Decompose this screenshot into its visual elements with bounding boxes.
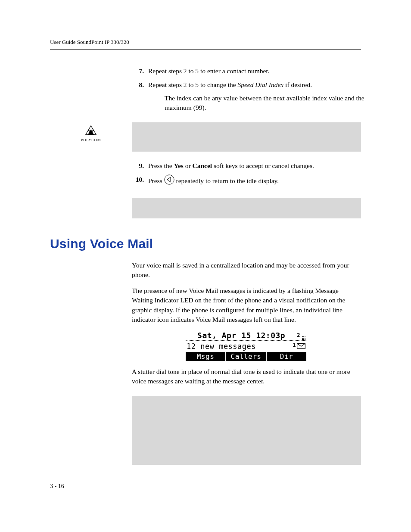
step-number: 10. xyxy=(132,175,144,188)
text-fragment: soft keys to accept or cancel changes. xyxy=(212,162,314,169)
keypad-icon xyxy=(302,336,305,340)
svg-marker-0 xyxy=(88,126,93,130)
step-text: Press repeatedly to return to the idle d… xyxy=(148,175,356,188)
body-paragraph: The presence of new Voice Mail messages … xyxy=(132,286,360,325)
page-number: 3 - 16 xyxy=(50,483,64,490)
phone-display-figure: Sat, Apr 15 12:03p 2 12 new messages 1 xyxy=(132,331,360,361)
body-paragraph: A stutter dial tone in place of normal d… xyxy=(132,367,360,386)
text-fragment: Press the xyxy=(148,162,174,169)
section-heading: Using Voice Mail xyxy=(50,236,361,251)
step-number: 8. xyxy=(132,80,144,112)
yes-softkey-label: Yes xyxy=(174,162,183,169)
page: User Guide SoundPoint IP 330/320 7. Repe… xyxy=(0,0,411,532)
lcd-softkey-row: Msgs Callers Dir xyxy=(186,352,306,361)
left-arrow-button-icon xyxy=(164,174,174,187)
note-placeholder xyxy=(132,396,361,465)
body-paragraph: Your voice mail is saved in a centralize… xyxy=(132,261,360,280)
step-8: 8. Repeat steps 2 to 5 to change the Spe… xyxy=(132,80,356,112)
header-title: User Guide SoundPoint IP 330/320 xyxy=(50,39,129,46)
speed-dial-index-term: Speed Dial Index xyxy=(237,81,283,88)
step-list: 7. Repeat steps 2 to 5 to enter a contac… xyxy=(132,66,356,113)
header-rule xyxy=(50,49,361,50)
lcd-message-row: 12 new messages 1 xyxy=(186,341,306,352)
text-fragment: or xyxy=(184,162,193,169)
softkey-dir: Dir xyxy=(267,352,306,361)
step-10: 10. Press repeatedly to return to the id… xyxy=(132,175,356,188)
step-list-cont: 9. Press the Yes or Cancel soft keys to … xyxy=(132,161,356,188)
softkey-msgs: Msgs xyxy=(186,352,225,361)
step-text: Press the Yes or Cancel soft keys to acc… xyxy=(148,161,356,171)
polycom-logo: POLYCOM xyxy=(50,122,132,144)
step-text: Repeat steps 2 to 5 to enter a contact n… xyxy=(148,66,356,76)
step-7: 7. Repeat steps 2 to 5 to enter a contac… xyxy=(132,66,356,76)
cancel-softkey-label: Cancel xyxy=(192,162,212,169)
lcd-message-text: 12 new messages xyxy=(187,342,293,351)
step-number: 9. xyxy=(132,161,144,171)
lcd-datetime: Sat, Apr 15 12:03p xyxy=(187,331,296,340)
lcd-status-bar: Sat, Apr 15 12:03p 2 xyxy=(186,331,306,341)
step-number: 7. xyxy=(132,66,144,76)
svg-marker-3 xyxy=(88,130,93,134)
lcd-line-indicator: 1 xyxy=(293,342,296,348)
step-text: Repeat steps 2 to 5 to change the Speed … xyxy=(148,80,372,112)
note-row-2 xyxy=(50,198,361,218)
text-fragment: if desired. xyxy=(283,81,312,88)
note-row-3 xyxy=(50,396,361,465)
running-header: User Guide SoundPoint IP 330/320 xyxy=(50,39,361,48)
step-9: 9. Press the Yes or Cancel soft keys to … xyxy=(132,161,356,171)
empty-logo-cell xyxy=(50,198,132,200)
lcd-line-number: 2 xyxy=(297,332,300,338)
text-fragment: Repeat steps 2 to 5 to change the xyxy=(148,81,237,88)
note-placeholder xyxy=(132,198,361,218)
note-row-1: POLYCOM xyxy=(50,122,361,152)
text-fragment: repeatedly to return to the idle display… xyxy=(176,177,279,184)
text-fragment: Press xyxy=(148,177,164,184)
note-placeholder xyxy=(132,122,361,152)
polycom-logo-text: POLYCOM xyxy=(81,138,101,142)
softkey-callers: Callers xyxy=(226,352,266,361)
step-subtext: The index can be any value between the n… xyxy=(165,93,372,113)
envelope-icon xyxy=(297,342,305,351)
polycom-logo-icon: POLYCOM xyxy=(78,125,104,144)
svg-marker-4 xyxy=(167,177,171,182)
phone-lcd: Sat, Apr 15 12:03p 2 12 new messages 1 xyxy=(186,331,306,361)
content-area: 7. Repeat steps 2 to 5 to enter a contac… xyxy=(50,66,361,465)
empty-logo-cell xyxy=(50,396,132,398)
